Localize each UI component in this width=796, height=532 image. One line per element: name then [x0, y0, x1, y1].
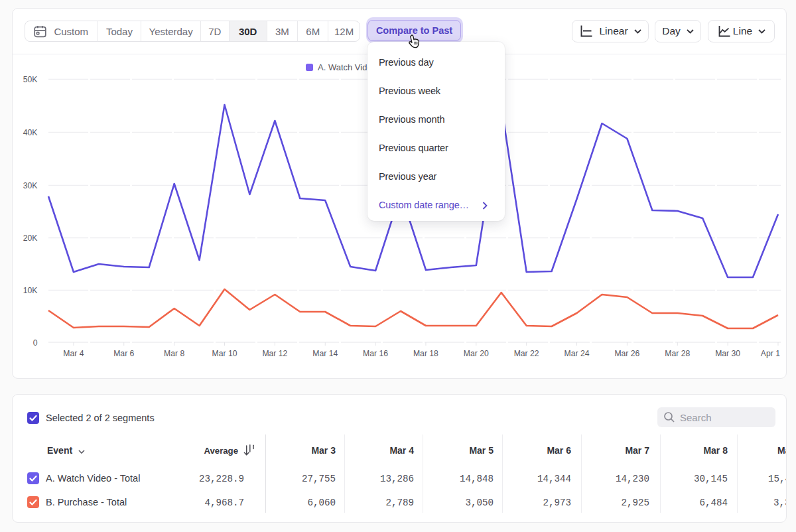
svg-text:30K: 30K — [23, 181, 38, 190]
svg-text:Mar 10: Mar 10 — [212, 349, 237, 358]
svg-text:Mar 28: Mar 28 — [665, 349, 690, 358]
svg-text:Mar 8: Mar 8 — [164, 349, 184, 358]
svg-text:Mar 20: Mar 20 — [464, 349, 489, 358]
svg-text:0: 0 — [33, 338, 38, 348]
svg-text:50K: 50K — [23, 75, 38, 84]
svg-text:Mar 16: Mar 16 — [363, 349, 388, 358]
svg-text:Mar 12: Mar 12 — [262, 349, 287, 358]
svg-text:Mar 6: Mar 6 — [113, 349, 134, 358]
svg-text:Mar 4: Mar 4 — [63, 349, 84, 358]
svg-text:Mar 24: Mar 24 — [564, 349, 590, 358]
svg-text:Mar 14: Mar 14 — [312, 349, 338, 358]
svg-text:40K: 40K — [23, 128, 38, 137]
svg-text:Mar 18: Mar 18 — [413, 349, 438, 358]
svg-text:10K: 10K — [23, 286, 38, 295]
svg-text:Mar 26: Mar 26 — [614, 349, 639, 358]
svg-text:Mar 30: Mar 30 — [715, 349, 740, 358]
svg-text:Apr 1: Apr 1 — [761, 349, 780, 358]
svg-text:Mar 22: Mar 22 — [514, 349, 539, 358]
svg-text:20K: 20K — [23, 233, 38, 243]
